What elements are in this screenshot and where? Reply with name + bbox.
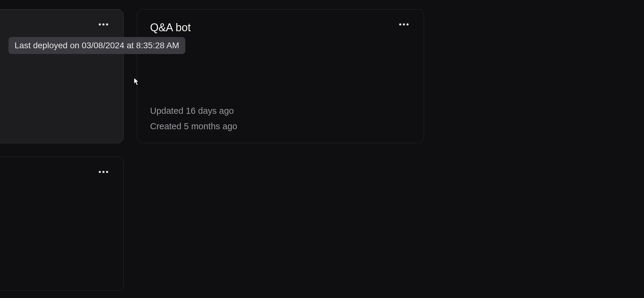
more-options-button[interactable]	[96, 21, 111, 28]
ellipsis-icon	[99, 171, 108, 173]
project-card-call-center[interactable]: Call Center Escalation Deployed Updated …	[0, 157, 124, 291]
created-text: Created 10 months ago	[0, 269, 111, 279]
updated-text: Updated 16 days ago	[150, 106, 411, 116]
created-text: Created 5 months ago	[150, 121, 411, 131]
updated-text: Updated 2 days ago	[0, 106, 111, 116]
created-text: Created 5 months ago	[0, 121, 111, 131]
more-options-button[interactable]	[96, 168, 111, 175]
more-options-button[interactable]	[397, 21, 411, 28]
project-card-press-release[interactable]: Press Release Generator Deployed Updated…	[0, 9, 124, 143]
card-title: Q&A bot	[150, 21, 191, 34]
deployment-tooltip: Last deployed on 03/08/2024 at 8:35:28 A…	[9, 37, 185, 54]
ellipsis-icon	[399, 23, 409, 25]
ellipsis-icon	[99, 23, 108, 25]
updated-text: Updated about 4 hours ago	[0, 253, 111, 263]
project-card-qa-bot[interactable]: Q&A bot Updated 16 days ago Created 5 mo…	[137, 9, 424, 143]
